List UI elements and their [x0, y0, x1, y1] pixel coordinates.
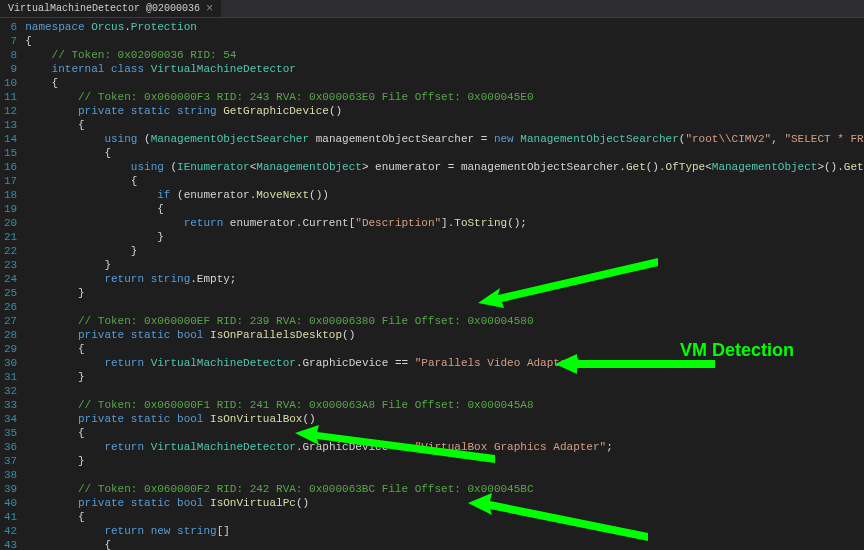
- line-number: 28: [4, 328, 17, 342]
- code-line[interactable]: {: [25, 538, 864, 550]
- line-number: 11: [4, 90, 17, 104]
- line-number: 23: [4, 258, 17, 272]
- line-number: 9: [4, 62, 17, 76]
- code-line[interactable]: private static bool IsOnVirtualPc(): [25, 496, 864, 510]
- code-line[interactable]: using (IEnumerator<ManagementObject> enu…: [25, 160, 864, 174]
- line-number: 14: [4, 132, 17, 146]
- code-line[interactable]: return VirtualMachineDetector.GraphicDev…: [25, 356, 864, 370]
- code-editor[interactable]: 6789101112131415161718192021222324252627…: [0, 18, 864, 550]
- code-line[interactable]: using (ManagementObjectSearcher manageme…: [25, 132, 864, 146]
- code-line[interactable]: }: [25, 258, 864, 272]
- tab-title: VirtualMachineDetector @02000036: [8, 3, 200, 14]
- code-line[interactable]: }: [25, 230, 864, 244]
- code-line[interactable]: {: [25, 76, 864, 90]
- code-line[interactable]: // Token: 0x060000F2 RID: 242 RVA: 0x000…: [25, 482, 864, 496]
- line-number: 37: [4, 454, 17, 468]
- code-line[interactable]: {: [25, 118, 864, 132]
- line-number: 41: [4, 510, 17, 524]
- line-number: 42: [4, 524, 17, 538]
- line-number: 35: [4, 426, 17, 440]
- code-line[interactable]: internal class VirtualMachineDetector: [25, 62, 864, 76]
- line-number: 22: [4, 244, 17, 258]
- line-number: 39: [4, 482, 17, 496]
- code-line[interactable]: [25, 468, 864, 482]
- line-number: 24: [4, 272, 17, 286]
- line-number: 31: [4, 370, 17, 384]
- code-line[interactable]: {: [25, 426, 864, 440]
- line-number: 10: [4, 76, 17, 90]
- line-number: 36: [4, 440, 17, 454]
- code-line[interactable]: // Token: 0x060000EF RID: 239 RVA: 0x000…: [25, 314, 864, 328]
- code-line[interactable]: if (enumerator.MoveNext()): [25, 188, 864, 202]
- code-area[interactable]: namespace Orcus.Protection{ // Token: 0x…: [25, 18, 864, 550]
- code-line[interactable]: }: [25, 370, 864, 384]
- code-line[interactable]: return VirtualMachineDetector.GraphicDev…: [25, 440, 864, 454]
- line-number-gutter: 6789101112131415161718192021222324252627…: [0, 18, 25, 550]
- line-number: 16: [4, 160, 17, 174]
- line-number: 17: [4, 174, 17, 188]
- code-line[interactable]: private static bool IsOnVirtualBox(): [25, 412, 864, 426]
- line-number: 21: [4, 230, 17, 244]
- line-number: 25: [4, 286, 17, 300]
- line-number: 30: [4, 356, 17, 370]
- line-number: 29: [4, 342, 17, 356]
- line-number: 40: [4, 496, 17, 510]
- code-line[interactable]: {: [25, 202, 864, 216]
- line-number: 20: [4, 216, 17, 230]
- close-icon[interactable]: ×: [206, 3, 213, 15]
- code-line[interactable]: {: [25, 510, 864, 524]
- code-line[interactable]: }: [25, 454, 864, 468]
- code-line[interactable]: // Token: 0x060000F3 RID: 243 RVA: 0x000…: [25, 90, 864, 104]
- code-line[interactable]: [25, 300, 864, 314]
- code-line[interactable]: return new string[]: [25, 524, 864, 538]
- line-number: 43: [4, 538, 17, 550]
- code-line[interactable]: namespace Orcus.Protection: [25, 20, 864, 34]
- code-line[interactable]: return enumerator.Current["Description"]…: [25, 216, 864, 230]
- line-number: 34: [4, 412, 17, 426]
- tab-active[interactable]: VirtualMachineDetector @02000036 ×: [0, 0, 221, 17]
- code-line[interactable]: private static bool IsOnParallelsDesktop…: [25, 328, 864, 342]
- line-number: 27: [4, 314, 17, 328]
- line-number: 12: [4, 104, 17, 118]
- code-line[interactable]: }: [25, 286, 864, 300]
- line-number: 6: [4, 20, 17, 34]
- line-number: 8: [4, 48, 17, 62]
- code-line[interactable]: {: [25, 146, 864, 160]
- line-number: 15: [4, 146, 17, 160]
- line-number: 26: [4, 300, 17, 314]
- code-line[interactable]: private static string GetGraphicDevice(): [25, 104, 864, 118]
- line-number: 33: [4, 398, 17, 412]
- code-line[interactable]: {: [25, 342, 864, 356]
- code-line[interactable]: {: [25, 174, 864, 188]
- tab-bar: VirtualMachineDetector @02000036 ×: [0, 0, 864, 18]
- line-number: 18: [4, 188, 17, 202]
- code-line[interactable]: [25, 384, 864, 398]
- line-number: 38: [4, 468, 17, 482]
- line-number: 32: [4, 384, 17, 398]
- line-number: 13: [4, 118, 17, 132]
- line-number: 19: [4, 202, 17, 216]
- code-line[interactable]: {: [25, 34, 864, 48]
- code-line[interactable]: // Token: 0x060000F1 RID: 241 RVA: 0x000…: [25, 398, 864, 412]
- code-line[interactable]: }: [25, 244, 864, 258]
- line-number: 7: [4, 34, 17, 48]
- code-line[interactable]: // Token: 0x02000036 RID: 54: [25, 48, 864, 62]
- code-line[interactable]: return string.Empty;: [25, 272, 864, 286]
